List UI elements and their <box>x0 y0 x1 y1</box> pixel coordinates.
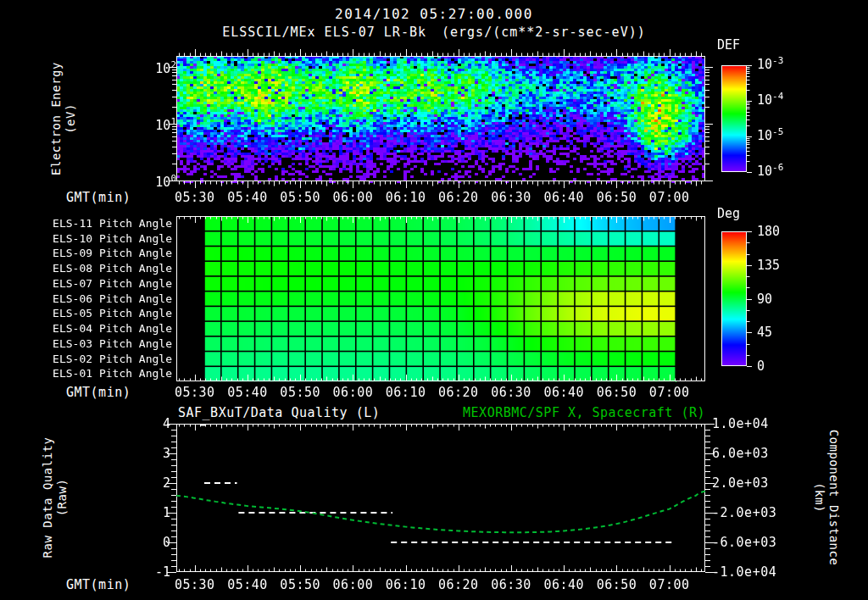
spectrogram-x-tick-label: 06:20 <box>429 190 488 205</box>
plot-page: 2014/102 05:27:00.000 ELSSCIL/MEx ELS-07… <box>0 0 868 600</box>
spectrogram-x-tick-label: 05:30 <box>165 190 225 205</box>
pitch-x-tick-label: 06:50 <box>587 385 646 400</box>
pitch-row-label: ELS-10 Pitch Angle <box>32 232 172 245</box>
pitch-row-label: ELS-02 Pitch Angle <box>32 353 172 365</box>
right-axis-line1: Component Distance <box>826 430 841 566</box>
pitch-angle-heatmap <box>166 206 715 392</box>
pitch-row-label: ELS-07 Pitch Angle <box>32 277 172 290</box>
line-right-y-tick-label: -1.0e+04 <box>712 564 776 580</box>
line-x-tick-label: 06:00 <box>323 577 382 592</box>
pitch-row-label: ELS-06 Pitch Angle <box>32 292 172 305</box>
line-right-y-tick-label: -6.0e+03 <box>712 535 776 550</box>
left-axis-line2: (Raw) <box>55 479 70 517</box>
y-label-line2: (eV) <box>64 103 78 134</box>
spectrogram-gmt-label: GMT(min) <box>66 190 131 205</box>
pitch-x-tick-label: 06:30 <box>481 385 541 400</box>
units-label: (ergs/(cm**2-sr-sec-eV)) <box>442 25 646 40</box>
line-right-y-tick-label: 1.0e+04 <box>712 416 769 431</box>
line-right-y-tick-label: -2.0e+03 <box>712 505 776 520</box>
pitch-x-tick-label: 06:10 <box>376 385 436 400</box>
line-x-tick-label: 06:50 <box>587 577 646 592</box>
spectrogram-y-tick-label: 102 <box>125 59 176 76</box>
line-left-y-tick-label: 4 <box>120 416 170 431</box>
y-label-line1: Electron Energy <box>49 62 64 175</box>
deg-colorbar <box>715 225 754 373</box>
pitch-row-label: ELS-04 Pitch Angle <box>32 322 172 335</box>
line-x-tick-label: 06:10 <box>376 577 436 592</box>
deg-colorbar-tick-label: 90 <box>757 292 772 307</box>
def-colorbar-tick-label: 10-5 <box>757 126 783 143</box>
line-x-tick-label: 06:30 <box>481 577 541 592</box>
def-colorbar-tick-label: 10-4 <box>757 91 783 108</box>
page-title-datetime: 2014/102 05:27:00.000 <box>0 6 868 22</box>
pitch-row-label: ELS-01 Pitch Angle <box>32 367 172 380</box>
spectrogram-x-tick-label: 07:00 <box>640 190 699 205</box>
line-left-y-tick-label: 2 <box>120 475 170 491</box>
deg-colorbar-tick-label: 45 <box>757 325 772 340</box>
right-axis-line2: (km) <box>812 482 826 513</box>
line-x-tick-label: 07:00 <box>640 577 699 592</box>
line-x-tick-label: 05:30 <box>165 577 225 592</box>
line-plot-left-axis-label: Raw Data Quality (Raw) <box>36 413 74 582</box>
line-right-y-tick-label: 6.0e+03 <box>712 446 769 461</box>
spectrogram-x-tick-label: 06:50 <box>587 190 646 205</box>
pitch-x-tick-label: 07:00 <box>640 385 699 400</box>
spectrogram-x-tick-label: 06:10 <box>376 190 436 205</box>
spectrogram-x-tick-label: 06:40 <box>534 190 593 205</box>
pitch-x-tick-label: 05:50 <box>270 385 330 400</box>
def-colorbar <box>715 58 754 179</box>
line-x-tick-label: 06:40 <box>534 577 593 592</box>
deg-colorbar-tick-label: 180 <box>757 224 780 239</box>
deg-colorbar-tick-label: 135 <box>757 258 780 273</box>
electron-energy-spectrogram <box>166 46 715 192</box>
pitch-gmt-label: GMT(min) <box>66 385 131 400</box>
deg-colorbar-title: Deg <box>717 206 740 221</box>
def-colorbar-tick-label: 10-3 <box>757 55 783 72</box>
line-x-tick-label: 05:50 <box>270 577 330 592</box>
line-left-y-tick-label: -1 <box>120 564 170 580</box>
pitch-x-tick-label: 06:40 <box>534 385 593 400</box>
pitch-row-label: ELS-05 Pitch Angle <box>32 307 172 319</box>
spectrogram-x-tick-label: 06:00 <box>323 190 382 205</box>
pitch-row-label: ELS-08 Pitch Angle <box>32 262 172 275</box>
line-left-y-tick-label: 3 <box>120 446 170 461</box>
deg-colorbar-tick-label: 0 <box>757 358 765 374</box>
spectrogram-x-tick-label: 06:30 <box>481 190 541 205</box>
pitch-row-label: ELS-11 Pitch Angle <box>32 217 172 230</box>
line-x-tick-label: 06:20 <box>429 577 488 592</box>
left-axis-line1: Raw Data Quality <box>41 437 55 558</box>
line-plot-right-axis-label: Component Distance (km) <box>808 404 845 591</box>
pitch-row-label: ELS-03 Pitch Angle <box>32 337 172 350</box>
def-colorbar-tick-label: 10-6 <box>757 162 783 179</box>
pitch-x-tick-label: 06:00 <box>323 385 382 400</box>
pitch-row-label: ELS-09 Pitch Angle <box>32 247 172 259</box>
def-colorbar-title: DEF <box>717 37 740 53</box>
spectrogram-y-axis-label: Electron Energy (eV) <box>34 49 93 188</box>
spectrogram-x-tick-label: 05:50 <box>270 190 330 205</box>
line-left-y-tick-label: 1 <box>120 505 170 520</box>
line-x-tick-label: 05:40 <box>218 577 277 592</box>
line-right-y-tick-label: 2.0e+03 <box>712 475 769 491</box>
pitch-x-tick-label: 05:30 <box>165 385 225 400</box>
spectrogram-y-tick-label: 101 <box>125 116 176 133</box>
pitch-x-tick-label: 05:40 <box>218 385 277 400</box>
spectrogram-x-tick-label: 05:40 <box>218 190 277 205</box>
quality-distance-line-plot <box>166 414 715 582</box>
pitch-x-tick-label: 06:20 <box>429 385 488 400</box>
instrument-name: ELSSCIL/MEx ELS-07 LR-Bk <box>222 25 426 40</box>
line-left-y-tick-label: 0 <box>120 535 170 550</box>
spectrogram-y-tick-label: 100 <box>125 173 176 190</box>
